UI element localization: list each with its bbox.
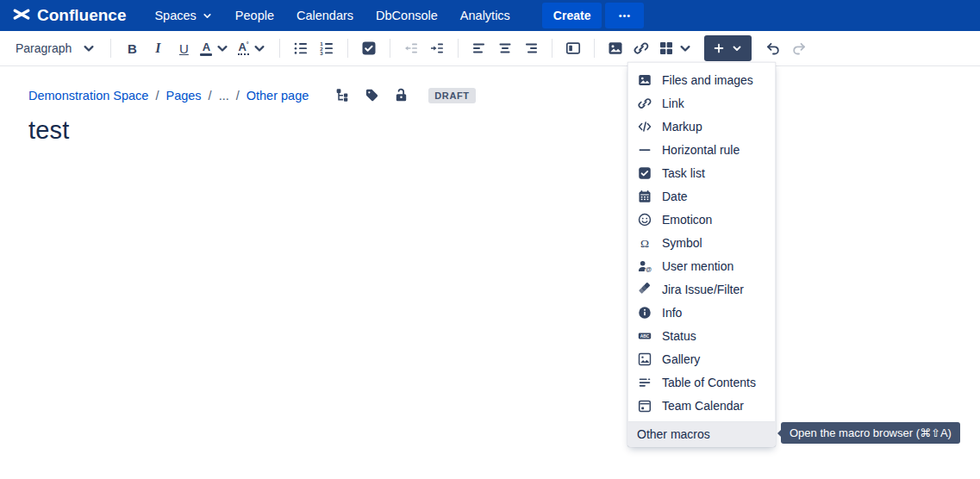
redo-icon bbox=[790, 40, 808, 57]
more-formatting-dropdown[interactable]: A° bbox=[234, 34, 271, 62]
indent-button[interactable] bbox=[424, 34, 450, 62]
user-mention-icon: @ bbox=[637, 258, 652, 274]
horizontal-rule-icon bbox=[637, 142, 652, 158]
confluence-logo-icon bbox=[12, 6, 31, 25]
menu-item-date[interactable]: Date bbox=[628, 184, 775, 208]
nav-item-calendars[interactable]: Calendars bbox=[285, 0, 365, 31]
svg-text:Ω: Ω bbox=[640, 236, 649, 249]
table-icon bbox=[658, 40, 675, 57]
insert-plus-dropdown[interactable] bbox=[704, 35, 752, 61]
align-left-button[interactable] bbox=[466, 34, 492, 62]
task-list-icon bbox=[360, 40, 378, 57]
indent-icon bbox=[428, 40, 446, 57]
nav-item-people[interactable]: People bbox=[224, 0, 285, 31]
chevron-down-icon bbox=[214, 40, 231, 57]
insert-link-button[interactable] bbox=[628, 34, 654, 62]
chevron-down-icon bbox=[677, 40, 694, 57]
task-list-icon bbox=[637, 165, 652, 181]
more-formatting-icon: A° bbox=[238, 41, 248, 55]
menu-item-status[interactable]: ABC Status bbox=[628, 324, 775, 347]
bullet-list-icon bbox=[292, 40, 309, 57]
labels-button[interactable] bbox=[364, 87, 380, 103]
image-icon bbox=[637, 72, 652, 88]
table-of-contents-icon bbox=[637, 375, 652, 390]
toolbar-divider bbox=[110, 39, 111, 58]
align-center-button[interactable] bbox=[492, 34, 518, 62]
text-color-icon: A bbox=[200, 41, 212, 56]
menu-item-link[interactable]: Link bbox=[628, 91, 775, 115]
insert-image-button[interactable] bbox=[602, 34, 628, 62]
numbered-list-button[interactable]: 123 bbox=[314, 34, 340, 62]
insert-table-dropdown[interactable] bbox=[654, 34, 697, 62]
menu-item-symbol[interactable]: Ω Symbol bbox=[628, 231, 775, 254]
paragraph-style-dropdown[interactable]: Paragraph bbox=[10, 34, 103, 62]
menu-item-user-mention[interactable]: @ User mention bbox=[628, 254, 775, 277]
nav-item-spaces[interactable]: Spaces bbox=[143, 0, 223, 31]
italic-button[interactable]: I bbox=[145, 34, 171, 62]
menu-item-gallery[interactable]: Gallery bbox=[628, 347, 775, 370]
page-tree-button[interactable] bbox=[334, 87, 351, 103]
toolbar-divider bbox=[594, 39, 595, 58]
breadcrumb-space-link[interactable]: Demonstration Space bbox=[28, 89, 148, 103]
top-nav: Confluence Spaces People Calendars DbCon… bbox=[0, 0, 980, 31]
jira-icon bbox=[637, 282, 652, 297]
breadcrumb-pages-link[interactable]: Pages bbox=[165, 89, 201, 103]
toolbar-divider bbox=[279, 39, 280, 58]
align-center-icon bbox=[496, 40, 514, 57]
logo-text: Confluence bbox=[37, 6, 126, 25]
breadcrumb-ellipsis[interactable]: ... bbox=[219, 89, 229, 103]
chevron-down-icon bbox=[202, 10, 213, 22]
undo-icon bbox=[765, 40, 782, 57]
menu-item-horizontal-rule[interactable]: Horizontal rule bbox=[628, 138, 775, 161]
chevron-down-icon bbox=[251, 40, 268, 57]
text-color-dropdown[interactable]: A bbox=[197, 34, 234, 62]
menu-item-task-list[interactable]: Task list bbox=[628, 161, 775, 184]
undo-button[interactable] bbox=[760, 34, 786, 62]
underline-button[interactable]: U bbox=[171, 34, 197, 62]
redo-button[interactable] bbox=[786, 34, 812, 62]
confluence-logo[interactable]: Confluence bbox=[12, 6, 126, 25]
page-title[interactable]: test bbox=[28, 116, 980, 145]
menu-item-other-macros[interactable]: Other macros bbox=[628, 421, 775, 446]
create-button[interactable]: Create bbox=[542, 3, 602, 28]
draft-badge: DRAFT bbox=[428, 88, 475, 103]
macro-browser-tooltip: Open the macro browser (⌘⇧A) bbox=[781, 422, 960, 444]
menu-item-files-and-images[interactable]: Files and images bbox=[628, 68, 775, 91]
emoticon-icon bbox=[637, 212, 652, 227]
align-right-button[interactable] bbox=[518, 34, 544, 62]
toolbar-divider bbox=[458, 39, 459, 58]
link-icon bbox=[637, 96, 652, 111]
editor-toolbar: Paragraph B I U A A° 123 bbox=[0, 31, 980, 66]
breadcrumb: Demonstration Space / Pages / ... / Othe… bbox=[28, 87, 980, 103]
calendar-icon bbox=[637, 189, 652, 204]
menu-item-emoticon[interactable]: Emoticon bbox=[628, 208, 775, 231]
bullet-list-button[interactable] bbox=[288, 34, 314, 62]
svg-text:3: 3 bbox=[320, 50, 323, 56]
markup-icon bbox=[637, 119, 652, 134]
menu-item-markup[interactable]: Markup bbox=[628, 115, 775, 138]
toolbar-divider bbox=[390, 39, 390, 58]
menu-item-table-of-contents[interactable]: Table of Contents bbox=[628, 370, 775, 394]
unlock-button[interactable] bbox=[393, 87, 409, 103]
gallery-icon bbox=[637, 351, 652, 367]
page-layout-button[interactable] bbox=[560, 34, 586, 62]
outdent-button[interactable] bbox=[398, 34, 424, 62]
breadcrumb-page-link[interactable]: Other page bbox=[247, 89, 309, 103]
plus-icon bbox=[712, 41, 726, 55]
menu-item-jira-issue-filter[interactable]: Jira Issue/Filter bbox=[628, 277, 775, 301]
bold-button[interactable]: B bbox=[119, 34, 145, 62]
chevron-down-icon bbox=[80, 40, 97, 57]
task-list-button[interactable] bbox=[356, 34, 382, 62]
nav-item-analytics[interactable]: Analytics bbox=[449, 0, 521, 31]
info-icon bbox=[637, 305, 652, 320]
nav-item-dbconsole[interactable]: DbConsole bbox=[365, 0, 449, 31]
page-tree-icon bbox=[334, 87, 351, 103]
breadcrumb-actions bbox=[334, 87, 409, 103]
numbered-list-icon: 123 bbox=[318, 40, 335, 57]
status-icon: ABC bbox=[637, 328, 652, 344]
menu-item-team-calendar[interactable]: Team Calendar bbox=[628, 394, 775, 417]
nav-more-button[interactable]: ••• bbox=[605, 3, 644, 28]
menu-item-info[interactable]: Info bbox=[628, 301, 775, 324]
team-calendar-icon bbox=[637, 398, 652, 414]
unlock-icon bbox=[393, 87, 409, 103]
